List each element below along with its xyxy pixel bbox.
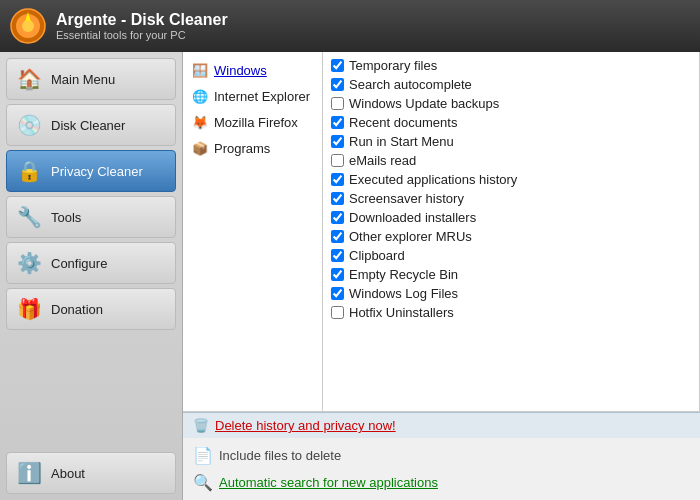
privacy-panel: 🪟Windows🌐Internet Explorer🦊Mozilla Firef… <box>183 52 700 412</box>
checklist-item: Executed applications history <box>331 170 691 189</box>
source-list: 🪟Windows🌐Internet Explorer🦊Mozilla Firef… <box>183 52 323 411</box>
delete-link[interactable]: Delete history and privacy now! <box>215 418 396 433</box>
checklist-label-5: eMails read <box>349 153 416 168</box>
sidebar-icon-donation: 🎁 <box>15 295 43 323</box>
sidebar-icon-privacy-cleaner: 🔒 <box>15 157 43 185</box>
checklist-label-8: Downloaded installers <box>349 210 476 225</box>
sidebar-btn-privacy-cleaner[interactable]: 🔒Privacy Cleaner <box>6 150 176 192</box>
sidebar-btn-disk-cleaner[interactable]: 💿Disk Cleaner <box>6 104 176 146</box>
checklist-item: Run in Start Menu <box>331 132 691 151</box>
source-icon-programs: 📦 <box>191 139 209 157</box>
checklist-label-9: Other explorer MRUs <box>349 229 472 244</box>
source-item-programs[interactable]: 📦Programs <box>187 136 318 160</box>
sidebar-btn-tools[interactable]: 🔧Tools <box>6 196 176 238</box>
checklist-item: Hotfix Uninstallers <box>331 303 691 322</box>
checklist-label-3: Recent documents <box>349 115 457 130</box>
content-area: 🪟Windows🌐Internet Explorer🦊Mozilla Firef… <box>183 52 700 500</box>
checklist-item: eMails read <box>331 151 691 170</box>
source-icon-internet-explorer: 🌐 <box>191 87 209 105</box>
sidebar-label-about: About <box>51 466 85 481</box>
svg-point-2 <box>22 20 34 32</box>
bottom-option-include-files[interactable]: 📄Include files to delete <box>193 446 690 465</box>
checklist-item: Windows Log Files <box>331 284 691 303</box>
checklist-container[interactable]: Temporary filesSearch autocompleteWindow… <box>323 52 700 411</box>
sidebar-icon-disk-cleaner: 💿 <box>15 111 43 139</box>
checklist-item: Other explorer MRUs <box>331 227 691 246</box>
checklist-label-10: Clipboard <box>349 248 405 263</box>
checklist-checkbox-1[interactable] <box>331 78 344 91</box>
checklist-item: Recent documents <box>331 113 691 132</box>
checklist-label-1: Search autocomplete <box>349 77 472 92</box>
sidebar-icon-configure: ⚙️ <box>15 249 43 277</box>
sidebar-label-privacy-cleaner: Privacy Cleaner <box>51 164 143 179</box>
bottom-options: 📄Include files to delete🔍Automatic searc… <box>183 438 700 500</box>
title-text: Argente - Disk Cleaner Essential tools f… <box>56 11 228 41</box>
source-icon-windows: 🪟 <box>191 61 209 79</box>
sidebar-icon-tools: 🔧 <box>15 203 43 231</box>
bottom-option-icon-include-files: 📄 <box>193 446 213 465</box>
app-icon <box>10 8 46 44</box>
checklist-item: Downloaded installers <box>331 208 691 227</box>
checklist-checkbox-13[interactable] <box>331 306 344 319</box>
sidebar-label-main-menu: Main Menu <box>51 72 115 87</box>
checklist-checkbox-9[interactable] <box>331 230 344 243</box>
bottom-option-auto-search[interactable]: 🔍Automatic search for new applications <box>193 473 690 492</box>
source-icon-mozilla-firefox: 🦊 <box>191 113 209 131</box>
source-label-programs: Programs <box>214 141 270 156</box>
source-label-mozilla-firefox: Mozilla Firefox <box>214 115 298 130</box>
delete-icon: 🗑️ <box>193 418 209 433</box>
checklist-checkbox-7[interactable] <box>331 192 344 205</box>
checklist-checkbox-6[interactable] <box>331 173 344 186</box>
source-item-windows[interactable]: 🪟Windows <box>187 58 318 82</box>
bottom-option-icon-auto-search: 🔍 <box>193 473 213 492</box>
checklist-checkbox-4[interactable] <box>331 135 344 148</box>
checklist-item: Empty Recycle Bin <box>331 265 691 284</box>
checklist-checkbox-11[interactable] <box>331 268 344 281</box>
checklist-item: Windows Update backups <box>331 94 691 113</box>
title-bar: Argente - Disk Cleaner Essential tools f… <box>0 0 700 52</box>
main-layout: 🏠Main Menu💿Disk Cleaner🔒Privacy Cleaner🔧… <box>0 52 700 500</box>
sidebar-icon-about: ℹ️ <box>15 459 43 487</box>
checklist-item: Temporary files <box>331 56 691 75</box>
action-bar: 🗑️ Delete history and privacy now! <box>183 412 700 438</box>
checklist-item: Screensaver history <box>331 189 691 208</box>
sidebar-icon-main-menu: 🏠 <box>15 65 43 93</box>
checklist-label-0: Temporary files <box>349 58 437 73</box>
checklist-checkbox-0[interactable] <box>331 59 344 72</box>
source-label-internet-explorer: Internet Explorer <box>214 89 310 104</box>
source-link-windows[interactable]: Windows <box>214 63 267 78</box>
bottom-option-label-include-files: Include files to delete <box>219 448 341 463</box>
app-title: Argente - Disk Cleaner <box>56 11 228 29</box>
sidebar: 🏠Main Menu💿Disk Cleaner🔒Privacy Cleaner🔧… <box>0 52 183 500</box>
sidebar-btn-about[interactable]: ℹ️About <box>6 452 176 494</box>
checklist-checkbox-5[interactable] <box>331 154 344 167</box>
checklist-label-12: Windows Log Files <box>349 286 458 301</box>
sidebar-label-donation: Donation <box>51 302 103 317</box>
source-item-internet-explorer[interactable]: 🌐Internet Explorer <box>187 84 318 108</box>
sidebar-btn-donation[interactable]: 🎁Donation <box>6 288 176 330</box>
bottom-option-link-auto-search[interactable]: Automatic search for new applications <box>219 475 438 490</box>
checklist-checkbox-10[interactable] <box>331 249 344 262</box>
checklist-item: Clipboard <box>331 246 691 265</box>
checklist-label-6: Executed applications history <box>349 172 517 187</box>
checklist-label-11: Empty Recycle Bin <box>349 267 458 282</box>
checklist-checkbox-3[interactable] <box>331 116 344 129</box>
checklist-label-4: Run in Start Menu <box>349 134 454 149</box>
checklist-label-7: Screensaver history <box>349 191 464 206</box>
sidebar-label-tools: Tools <box>51 210 81 225</box>
app-subtitle: Essential tools for your PC <box>56 29 228 41</box>
checklist-label-2: Windows Update backups <box>349 96 499 111</box>
sidebar-label-disk-cleaner: Disk Cleaner <box>51 118 125 133</box>
checklist-checkbox-2[interactable] <box>331 97 344 110</box>
checklist-label-13: Hotfix Uninstallers <box>349 305 454 320</box>
checklist-checkbox-8[interactable] <box>331 211 344 224</box>
sidebar-label-configure: Configure <box>51 256 107 271</box>
sidebar-btn-main-menu[interactable]: 🏠Main Menu <box>6 58 176 100</box>
checklist-checkbox-12[interactable] <box>331 287 344 300</box>
source-item-mozilla-firefox[interactable]: 🦊Mozilla Firefox <box>187 110 318 134</box>
checklist-item: Search autocomplete <box>331 75 691 94</box>
sidebar-btn-configure[interactable]: ⚙️Configure <box>6 242 176 284</box>
